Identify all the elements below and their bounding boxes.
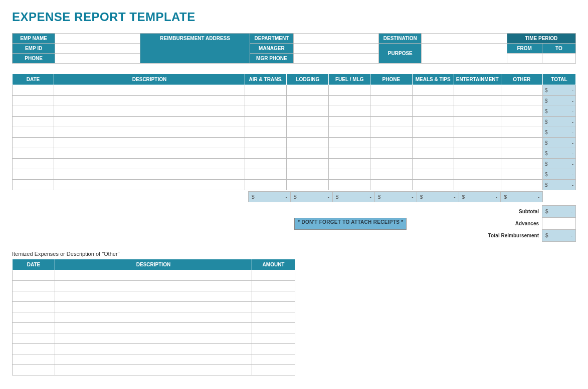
sum-entertainment: $-: [459, 192, 501, 202]
table-row[interactable]: [13, 323, 295, 333]
attach-receipts-note: * DON'T FORGET TO ATTACH RECEIPTS *: [294, 218, 407, 230]
manager-value[interactable]: [293, 44, 378, 54]
table-row[interactable]: [13, 270, 295, 281]
from-value[interactable]: [507, 54, 542, 64]
purpose-label: PURPOSE: [379, 44, 422, 64]
to-value[interactable]: [542, 54, 575, 64]
subtotal-label: Subtotal: [465, 206, 542, 218]
sum-lodging: $-: [290, 192, 332, 202]
table-row[interactable]: $-: [13, 180, 576, 190]
table-row[interactable]: [13, 333, 295, 344]
sum-meals-tips: $-: [417, 192, 459, 202]
sum-phone: $-: [374, 192, 417, 202]
to-label: TO: [542, 44, 575, 54]
table-row[interactable]: [13, 354, 295, 365]
col-lodging: LODGING: [287, 74, 329, 85]
col-fuel-mlg: FUEL / MLG: [329, 74, 370, 85]
manager-label: MANAGER: [250, 44, 293, 54]
expense-header-row: DATE DESCRIPTION AIR & TRANS. LODGING FU…: [13, 74, 576, 85]
sum-other: $-: [501, 192, 543, 202]
itemized-table: DATE DESCRIPTION AMOUNT: [12, 259, 295, 375]
department-value[interactable]: [293, 34, 378, 44]
expense-table: DATE DESCRIPTION AIR & TRANS. LODGING FU…: [12, 74, 576, 190]
purpose-value[interactable]: [422, 44, 507, 64]
sum-fuel-mlg: $-: [332, 192, 374, 202]
col-description: DESCRIPTION: [54, 74, 245, 85]
table-row[interactable]: $-: [13, 106, 576, 117]
summary-block: Subtotal $- * DON'T FORGET TO ATTACH REC…: [12, 205, 576, 242]
emp-id-label: EMP ID: [13, 44, 55, 54]
destination-label: DESTINATION: [379, 34, 422, 44]
phone-label: PHONE: [13, 54, 55, 64]
col-total: TOTAL: [542, 74, 575, 85]
sum-air-trans: $-: [249, 192, 291, 202]
table-row[interactable]: [13, 365, 295, 375]
table-row[interactable]: $-: [13, 138, 576, 148]
table-row[interactable]: [13, 302, 295, 312]
destination-value[interactable]: [422, 34, 507, 44]
table-row[interactable]: $-: [13, 159, 576, 169]
info-block: EMP NAME REIMBURSEMENT ADDRESS DEPARTMEN…: [12, 33, 576, 64]
page-title: EXPENSE REPORT TEMPLATE: [12, 10, 576, 24]
info-table: EMP NAME REIMBURSEMENT ADDRESS DEPARTMEN…: [12, 33, 576, 64]
emp-name-label: EMP NAME: [13, 34, 55, 44]
table-row[interactable]: [13, 281, 295, 291]
phone-value[interactable]: [55, 54, 140, 64]
table-row[interactable]: $-: [13, 169, 576, 180]
mgr-phone-label: MGR PHONE: [250, 54, 293, 64]
col-date: DATE: [13, 74, 54, 85]
table-row[interactable]: $-: [13, 127, 576, 138]
col-meals-tips: MEALS & TIPS: [412, 74, 454, 85]
table-row[interactable]: [13, 344, 295, 354]
time-period-label: TIME PERIOD: [507, 34, 575, 44]
advances-value[interactable]: [542, 218, 576, 230]
emp-name-value[interactable]: [55, 34, 140, 44]
advances-label: Advances: [465, 218, 542, 230]
table-row[interactable]: $-: [13, 85, 576, 96]
total-reimbursement-value: $-: [542, 230, 576, 242]
table-row[interactable]: $-: [13, 148, 576, 159]
itemized-caption: Itemized Expenses or Description of "Oth…: [12, 251, 576, 257]
column-sums: $- $- $- $- $- $- $-: [12, 191, 576, 202]
table-row[interactable]: [13, 291, 295, 302]
from-label: FROM: [507, 44, 542, 54]
department-label: DEPARTMENT: [250, 34, 293, 44]
col-entertainment: ENTERTAINMENT: [454, 74, 501, 85]
table-row[interactable]: $-: [13, 96, 576, 106]
col-phone: PHONE: [370, 74, 412, 85]
col-other: OTHER: [501, 74, 542, 85]
table-row[interactable]: $-: [13, 117, 576, 127]
itemized-col-amount: AMOUNT: [252, 259, 295, 270]
itemized-col-date: DATE: [13, 259, 55, 270]
itemized-col-description: DESCRIPTION: [55, 259, 252, 270]
subtotal-value: $-: [542, 206, 576, 218]
table-row[interactable]: [13, 312, 295, 323]
total-reimbursement-label: Total Reimbursement: [465, 230, 542, 242]
col-air-trans: AIR & TRANS.: [245, 74, 287, 85]
emp-id-value[interactable]: [55, 44, 140, 54]
mgr-phone-value[interactable]: [293, 54, 378, 64]
reimb-address-label: REIMBURSEMENT ADDRESS: [140, 34, 250, 64]
